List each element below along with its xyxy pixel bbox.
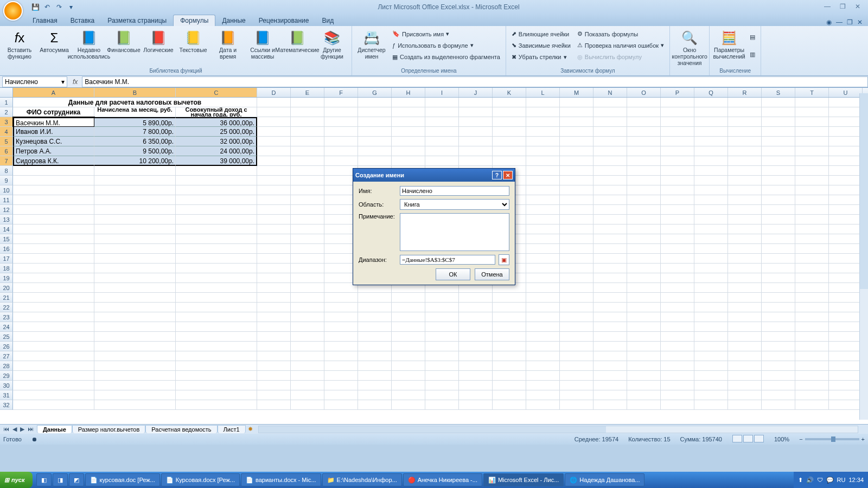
cell[interactable]	[324, 98, 358, 107]
cell[interactable]	[392, 361, 425, 371]
cell[interactable]	[728, 98, 762, 107]
cell[interactable]	[728, 332, 762, 342]
cell[interactable]	[762, 98, 795, 107]
office-button[interactable]	[3, 1, 23, 21]
cell[interactable]	[425, 107, 459, 117]
cell[interactable]	[257, 127, 291, 137]
restore-icon[interactable]: ❐	[837, 3, 848, 11]
cell[interactable]	[829, 234, 863, 244]
cell[interactable]	[762, 146, 795, 156]
cell[interactable]	[593, 244, 627, 254]
quick-launch-item[interactable]: ◨	[53, 473, 68, 486]
cell[interactable]	[291, 215, 324, 224]
cell[interactable]	[694, 244, 728, 254]
cell[interactable]	[762, 254, 795, 264]
cell[interactable]	[358, 117, 392, 127]
cell[interactable]	[661, 351, 694, 361]
sheet-tab[interactable]: Расчетная ведомость	[145, 425, 217, 433]
cell[interactable]	[728, 224, 762, 234]
lookup-button[interactable]: 📘Ссылки и массивы	[246, 28, 279, 61]
cell[interactable]	[94, 215, 176, 224]
cell[interactable]: Иванов И.И.	[13, 127, 94, 137]
column-header[interactable]: T	[795, 88, 829, 97]
row-header[interactable]: 30	[0, 381, 13, 390]
cell[interactable]	[795, 283, 829, 293]
cell[interactable]	[526, 176, 560, 185]
cell[interactable]: 6 350,00р.	[94, 137, 176, 146]
page-break-view-button[interactable]	[754, 435, 764, 442]
cell[interactable]: Данные для расчета налоговых вычетов	[13, 98, 257, 107]
cell[interactable]	[560, 390, 593, 400]
cell[interactable]	[661, 303, 694, 312]
cell[interactable]	[291, 361, 324, 371]
cell[interactable]	[13, 234, 94, 244]
cell[interactable]	[593, 137, 627, 146]
cell[interactable]	[560, 381, 593, 390]
taskbar-item[interactable]: 📄курсовая.doc [Реж...	[85, 473, 160, 486]
cell[interactable]	[459, 303, 493, 312]
column-header[interactable]: M	[560, 88, 593, 97]
cell[interactable]	[627, 332, 661, 342]
cell[interactable]	[324, 156, 358, 166]
cell[interactable]	[94, 322, 176, 332]
cell[interactable]	[13, 381, 94, 390]
cell[interactable]	[627, 137, 661, 146]
cell[interactable]	[94, 400, 176, 410]
cell[interactable]	[392, 390, 425, 400]
cell[interactable]	[176, 205, 257, 215]
cell[interactable]	[358, 303, 392, 312]
column-header[interactable]: C	[176, 88, 257, 97]
cell[interactable]	[257, 224, 291, 234]
column-header[interactable]: B	[94, 88, 176, 97]
cell[interactable]	[728, 234, 762, 244]
cell[interactable]	[94, 244, 176, 254]
cell[interactable]	[593, 224, 627, 234]
cell[interactable]	[627, 390, 661, 400]
datetime-button[interactable]: 📙Дата и время	[212, 28, 244, 61]
cell[interactable]	[358, 371, 392, 381]
cell[interactable]	[526, 137, 560, 146]
cell[interactable]	[291, 254, 324, 264]
cell[interactable]	[13, 176, 94, 185]
row-header[interactable]: 10	[0, 185, 13, 195]
cell[interactable]	[829, 361, 863, 371]
row-header[interactable]: 32	[0, 400, 13, 410]
cell[interactable]	[493, 312, 526, 322]
row-header[interactable]: 19	[0, 273, 13, 283]
row-header[interactable]: 23	[0, 312, 13, 322]
cell[interactable]	[176, 176, 257, 185]
cell[interactable]	[728, 351, 762, 361]
cell[interactable]	[829, 390, 863, 400]
taskbar-item[interactable]: 📊Microsoft Excel - Лис...	[483, 473, 564, 486]
cell[interactable]	[762, 224, 795, 234]
cell[interactable]	[257, 390, 291, 400]
cell[interactable]	[291, 156, 324, 166]
cell[interactable]	[627, 156, 661, 166]
cell[interactable]	[358, 351, 392, 361]
minimize-icon[interactable]: —	[821, 3, 833, 11]
column-header[interactable]: S	[762, 88, 795, 97]
trace-dependents-button[interactable]: ⬊Зависимые ячейки	[509, 41, 573, 49]
cell[interactable]	[795, 390, 829, 400]
cell[interactable]	[291, 117, 324, 127]
cell[interactable]	[795, 176, 829, 185]
cell[interactable]	[176, 185, 257, 195]
cell[interactable]	[94, 283, 176, 293]
use-in-formula-button[interactable]: ƒИспользовать в формуле ▾	[390, 41, 502, 49]
cell[interactable]	[694, 137, 728, 146]
math-button[interactable]: 📗Математические	[281, 28, 314, 54]
cell[interactable]	[425, 293, 459, 303]
cell[interactable]	[257, 283, 291, 293]
cell[interactable]	[425, 146, 459, 156]
tray-icon[interactable]: 💬	[826, 477, 834, 484]
cell[interactable]	[627, 127, 661, 137]
sheet-last-icon[interactable]: ⏭	[27, 426, 35, 433]
cell[interactable]	[829, 166, 863, 176]
cell[interactable]	[459, 361, 493, 371]
cell[interactable]	[176, 322, 257, 332]
row-header[interactable]: 17	[0, 254, 13, 264]
cell[interactable]	[627, 166, 661, 176]
cell[interactable]	[560, 185, 593, 195]
cell[interactable]	[694, 195, 728, 205]
cell[interactable]	[795, 244, 829, 254]
